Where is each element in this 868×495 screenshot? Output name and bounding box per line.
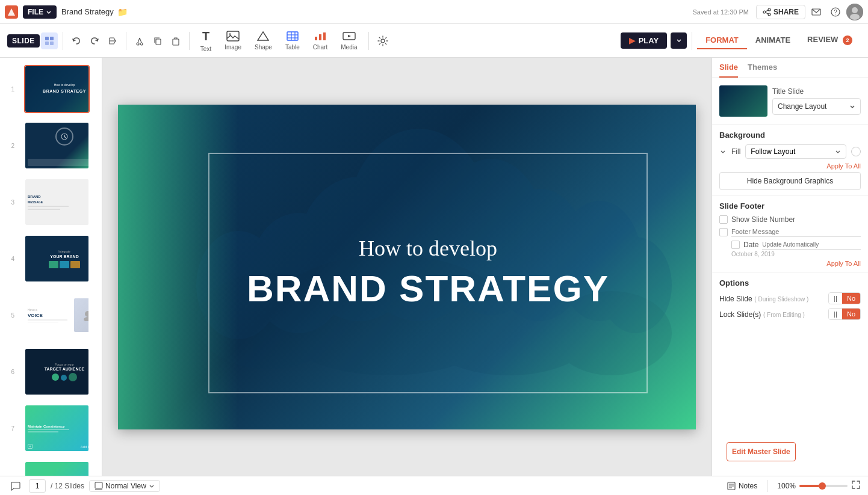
slide-item-5[interactable]: Have a VOICE: [24, 291, 90, 339]
date-input[interactable]: [762, 240, 861, 250]
svg-rect-32: [319, 34, 321, 40]
hide-background-graphics-button[interactable]: Hide Background Graphics: [719, 172, 861, 190]
hide-slide-toggle[interactable]: || No: [828, 292, 861, 304]
shape-icon: [256, 31, 270, 42]
toolbar: SLIDE T Text Image Shape Table Chart: [0, 24, 868, 58]
svg-line-19: [138, 38, 140, 43]
slide-item-1[interactable]: How to develop BRAND STRATEGY: [24, 65, 90, 113]
footer-message-row: [719, 227, 861, 237]
slide-item-8[interactable]: BE TRUE TO YOUR BRAND: [24, 461, 90, 476]
svg-point-40: [85, 311, 90, 317]
lock-slide-off[interactable]: No: [842, 309, 860, 319]
edit-master-slide-button[interactable]: Edit Master Slide: [727, 442, 796, 461]
user-avatar[interactable]: [846, 4, 863, 20]
play-button[interactable]: ▶ PLAY: [621, 32, 667, 49]
lock-slide-row: Lock Slide(s) ( From Editing ) || No: [719, 308, 861, 320]
date-checkbox[interactable]: [731, 241, 740, 249]
change-layout-button[interactable]: Change Layout: [772, 98, 861, 115]
insert-text-button[interactable]: T Text: [194, 27, 217, 55]
svg-point-24: [229, 33, 231, 35]
notes-button[interactable]: Notes: [727, 481, 757, 491]
file-menu-button[interactable]: FILE: [23, 5, 57, 19]
fill-label: Fill: [731, 147, 740, 156]
tab-themes[interactable]: Themes: [748, 63, 777, 78]
tab-format[interactable]: FORMAT: [697, 32, 747, 49]
share-button[interactable]: SHARE: [756, 5, 805, 19]
slide-item-2[interactable]: [24, 121, 90, 170]
redo-button[interactable]: [86, 32, 103, 49]
view-selector[interactable]: Normal View: [89, 480, 160, 492]
review-badge: 2: [843, 35, 852, 45]
page-number-input[interactable]: [29, 479, 46, 493]
copy-button[interactable]: [149, 32, 166, 49]
slide-item-6[interactable]: Focus on your TARGET AUDIENCE: [24, 348, 90, 396]
hide-slide-on[interactable]: ||: [829, 293, 842, 304]
lock-slide-toggle[interactable]: || No: [828, 308, 861, 320]
slide-num-5: 5: [5, 312, 14, 319]
hide-slide-off[interactable]: No: [842, 293, 860, 304]
slide-num-3: 3: [5, 199, 14, 206]
slide-button[interactable]: SLIDE: [7, 34, 40, 48]
svg-point-10: [852, 7, 858, 13]
footer-message-input[interactable]: [731, 227, 861, 237]
slide-num-2: 2: [5, 143, 14, 149]
slide-preview-row: Title Slide Change Layout: [719, 85, 861, 117]
tab-review[interactable]: REVIEW 2: [799, 31, 861, 50]
slide-row-7: 7 Maintain Consistency Add Emotion +: [5, 402, 97, 455]
paste-button[interactable]: [167, 32, 184, 49]
undo-button[interactable]: [68, 32, 85, 49]
toolbar-separator-2: [126, 32, 126, 50]
date-row: Date: [731, 240, 861, 250]
tab-slide[interactable]: Slide: [719, 63, 738, 78]
chat-icon-button[interactable]: [7, 478, 24, 494]
svg-point-1: [768, 8, 770, 11]
notes-icon: [727, 481, 736, 491]
image-icon: [226, 31, 240, 42]
play-dropdown-button[interactable]: [671, 32, 687, 49]
tab-animate[interactable]: ANIMATE: [747, 32, 799, 49]
slide-canvas[interactable]: How to develop BRAND STRATEGY: [118, 105, 696, 429]
folder-icon: 📁: [117, 7, 128, 17]
zoom-slider[interactable]: [799, 485, 848, 487]
slide-item-4[interactable]: Integrate YOUR BRAND: [24, 235, 90, 283]
cut-button[interactable]: [131, 32, 148, 49]
svg-line-5: [766, 13, 768, 14]
insert-media-button[interactable]: Media: [335, 28, 363, 53]
toolbar-separator-4: [368, 32, 369, 50]
view-icon: [95, 482, 103, 490]
layout-toggle-button[interactable]: [41, 32, 58, 49]
slide-content-box: How to develop BRAND STRATEGY: [208, 153, 648, 393]
format-tabs: FORMAT ANIMATE REVIEW 2: [697, 31, 861, 50]
lock-slide-on[interactable]: ||: [829, 309, 842, 319]
svg-line-4: [766, 10, 768, 11]
paint-format-button[interactable]: [104, 32, 121, 49]
svg-text:?: ?: [834, 9, 837, 16]
slide-row-5: 5 Have a VOICE: [5, 289, 97, 342]
divider-3: [712, 272, 868, 272]
slide-item-3[interactable]: BRAND MESSAGE: [24, 178, 90, 226]
insert-image-button[interactable]: Image: [219, 28, 247, 53]
apply-to-all-bg[interactable]: Apply To All: [719, 162, 861, 170]
fill-dropdown-chevron: [835, 149, 841, 155]
email-icon-button[interactable]: [808, 4, 825, 20]
svg-rect-21: [156, 39, 161, 45]
fill-expand-icon[interactable]: [719, 148, 727, 155]
help-icon-button[interactable]: ?: [827, 4, 844, 20]
footer-message-checkbox[interactable]: [719, 228, 728, 236]
fill-color-circle[interactable]: [851, 147, 861, 156]
svg-rect-31: [315, 37, 317, 40]
fill-dropdown[interactable]: Follow Layout: [745, 144, 846, 159]
svg-point-3: [768, 13, 770, 16]
settings-button[interactable]: [374, 32, 392, 50]
insert-table-button[interactable]: Table: [279, 28, 306, 53]
fullscreen-button[interactable]: [851, 480, 861, 491]
slide-row-6: 6 Focus on your TARGET AUDIENCE: [5, 345, 97, 398]
slide-row-8: 8 BE TRUE TO YOUR BRAND: [5, 458, 97, 476]
insert-chart-button[interactable]: Chart: [307, 28, 333, 53]
slide-item-7[interactable]: Maintain Consistency Add Emotion +: [24, 404, 90, 452]
insert-shape-button[interactable]: Shape: [249, 28, 278, 53]
show-slide-number-checkbox[interactable]: [719, 215, 728, 224]
apply-to-all-footer[interactable]: Apply To All: [719, 260, 861, 267]
slide-row-1: 1 How to develop BRAND STRATEGY: [5, 63, 97, 115]
svg-line-20: [140, 38, 141, 43]
